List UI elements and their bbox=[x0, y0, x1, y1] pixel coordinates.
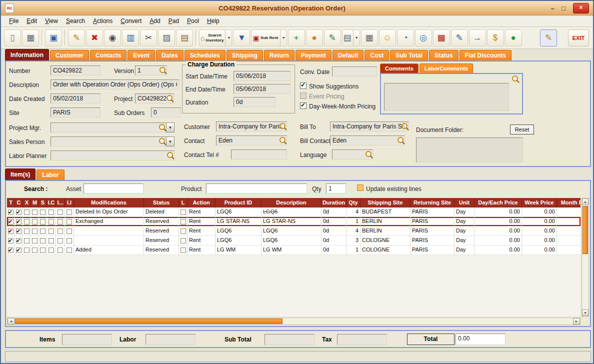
row-checkbox-cell[interactable] bbox=[179, 226, 188, 236]
balls-icon[interactable]: ● bbox=[505, 30, 522, 46]
row-checkbox[interactable] bbox=[66, 248, 72, 253]
row-checkbox-cell[interactable] bbox=[15, 236, 23, 245]
sales-person-dropdown-button[interactable] bbox=[166, 136, 174, 146]
row-checkbox-cell[interactable] bbox=[47, 217, 56, 226]
table-cell[interactable] bbox=[557, 208, 580, 216]
document-folder-area[interactable] bbox=[416, 138, 523, 162]
table-row[interactable]: AddedReservedRentLG WMLG WM0d1COLOGNEPAR… bbox=[7, 246, 580, 255]
row-checkbox[interactable] bbox=[66, 219, 72, 224]
table-cell[interactable]: 0.00 bbox=[522, 226, 557, 236]
project-mgr-field[interactable] bbox=[50, 122, 166, 132]
tab-status[interactable]: Status bbox=[429, 50, 458, 60]
row-checkbox-cell[interactable] bbox=[15, 246, 23, 254]
table-cell[interactable]: 0.00 bbox=[522, 208, 557, 216]
column-header-unit[interactable]: Unit bbox=[454, 198, 474, 208]
reset-button[interactable]: Reset bbox=[510, 124, 534, 134]
row-checkbox[interactable] bbox=[16, 228, 22, 234]
column-header-t[interactable]: T bbox=[7, 198, 15, 208]
row-checkbox[interactable] bbox=[40, 219, 46, 224]
labor-planner-field[interactable] bbox=[50, 150, 174, 160]
description-field[interactable]: Order with Operation Order (Ops Order) (… bbox=[50, 80, 180, 90]
search-icon[interactable] bbox=[366, 151, 372, 157]
search-icon[interactable] bbox=[159, 124, 165, 130]
row-checkbox[interactable] bbox=[58, 210, 63, 215]
table-cell[interactable]: 0d bbox=[322, 208, 346, 216]
tab-schedules[interactable]: Schedules bbox=[184, 50, 226, 60]
row-checkbox-cell[interactable] bbox=[23, 246, 31, 254]
table-cell[interactable]: 0.00 bbox=[474, 226, 522, 236]
table-cell[interactable]: 0.00 bbox=[522, 236, 557, 245]
tab-default[interactable]: Default bbox=[332, 50, 364, 60]
row-checkbox[interactable] bbox=[32, 238, 38, 244]
row-checkbox-cell[interactable] bbox=[179, 236, 188, 245]
row-checkbox-cell[interactable] bbox=[65, 208, 74, 216]
table-cell[interactable]: BUDAPEST bbox=[360, 208, 410, 216]
row-checkbox[interactable] bbox=[40, 248, 46, 253]
site-field[interactable]: PARIS bbox=[50, 108, 100, 118]
row-checkbox-cell[interactable] bbox=[7, 246, 15, 254]
row-checkbox[interactable] bbox=[24, 248, 30, 253]
duration-field[interactable]: 0d bbox=[234, 97, 276, 107]
table-cell[interactable]: BERLIN bbox=[360, 226, 410, 236]
table-cell[interactable]: 4 bbox=[346, 208, 360, 216]
vscroll-thumb[interactable] bbox=[582, 206, 588, 254]
save-icon[interactable]: ▣ bbox=[45, 30, 62, 46]
column-header-x[interactable]: X bbox=[23, 198, 31, 208]
row-checkbox[interactable] bbox=[58, 228, 63, 234]
search-icon[interactable] bbox=[167, 152, 173, 158]
row-checkbox[interactable] bbox=[24, 238, 30, 244]
search-icon[interactable] bbox=[402, 123, 408, 129]
table-cell[interactable]: Reserved bbox=[144, 226, 179, 236]
row-checkbox-cell[interactable] bbox=[56, 217, 65, 226]
table-cell[interactable]: Rent bbox=[188, 226, 216, 236]
menu-convert[interactable]: Convert bbox=[116, 16, 146, 26]
end-date-field[interactable]: 05/06/2018 bbox=[234, 84, 290, 94]
table-cell[interactable]: LGQ6 bbox=[216, 236, 262, 245]
coins-icon[interactable]: $ bbox=[487, 30, 504, 46]
row-checkbox[interactable] bbox=[48, 248, 54, 253]
row-checkbox-cell[interactable] bbox=[47, 236, 56, 245]
table-cell[interactable]: LG WM bbox=[262, 246, 322, 254]
row-checkbox-cell[interactable] bbox=[179, 246, 188, 254]
table-cell[interactable]: LGQ6 bbox=[262, 208, 322, 216]
table-cell[interactable]: Reserved bbox=[144, 246, 179, 254]
row-checkbox-cell[interactable] bbox=[23, 208, 31, 216]
row-checkbox[interactable] bbox=[66, 228, 72, 234]
items-vscrollbar[interactable] bbox=[582, 198, 589, 316]
table-row[interactable]: Deleted In Ops OrderDeletedRentLGQ6LGQ60… bbox=[7, 208, 580, 217]
table-cell[interactable]: LGQ6 bbox=[216, 226, 262, 236]
table-cell[interactable]: PARIS bbox=[410, 208, 454, 216]
menu-edit[interactable]: Edit bbox=[22, 16, 41, 26]
menu-add[interactable]: Add bbox=[146, 16, 164, 26]
sales-person-field[interactable] bbox=[50, 136, 166, 146]
table-cell[interactable]: 0.00 bbox=[474, 208, 522, 216]
table-cell[interactable]: Rent bbox=[188, 246, 216, 254]
table-cell[interactable]: 0d bbox=[322, 217, 346, 226]
column-header-returning-site[interactable]: Returning Site bbox=[410, 198, 454, 208]
row-checkbox[interactable] bbox=[8, 228, 14, 234]
menu-pool[interactable]: Pool bbox=[183, 16, 203, 26]
new-document-icon[interactable]: ▯ bbox=[4, 30, 21, 46]
edit-notes-icon[interactable]: ✎ bbox=[451, 30, 468, 46]
table-cell[interactable]: LG STAR-NS bbox=[216, 217, 262, 226]
row-checkbox[interactable] bbox=[40, 238, 46, 244]
column-header-i-c[interactable]: I.C bbox=[47, 198, 56, 208]
date-created-field[interactable]: 05/02/2018 bbox=[50, 94, 100, 104]
row-checkbox-cell[interactable] bbox=[39, 246, 47, 254]
machine-print-icon[interactable]: ▦ bbox=[361, 30, 378, 46]
row-checkbox-cell[interactable] bbox=[15, 217, 23, 226]
customer-field[interactable]: Intra-Company for Paris Sh bbox=[216, 122, 287, 132]
search-icon[interactable] bbox=[280, 123, 286, 129]
row-checkbox-cell[interactable] bbox=[7, 217, 15, 226]
row-checkbox[interactable] bbox=[66, 238, 72, 244]
row-checkbox[interactable] bbox=[24, 210, 30, 215]
product-input[interactable] bbox=[206, 184, 307, 194]
table-cell[interactable]: PARIS bbox=[410, 217, 454, 226]
table-cell[interactable]: PARIS bbox=[410, 246, 454, 254]
bill-contact-field[interactable]: Eden bbox=[330, 136, 405, 146]
row-checkbox-cell[interactable] bbox=[31, 226, 39, 236]
table-cell[interactable]: Day bbox=[454, 226, 474, 236]
print-icon[interactable]: ▦ bbox=[22, 30, 39, 46]
hscroll-thumb[interactable] bbox=[15, 318, 282, 324]
binoculars-icon[interactable]: ◉ bbox=[104, 30, 121, 46]
